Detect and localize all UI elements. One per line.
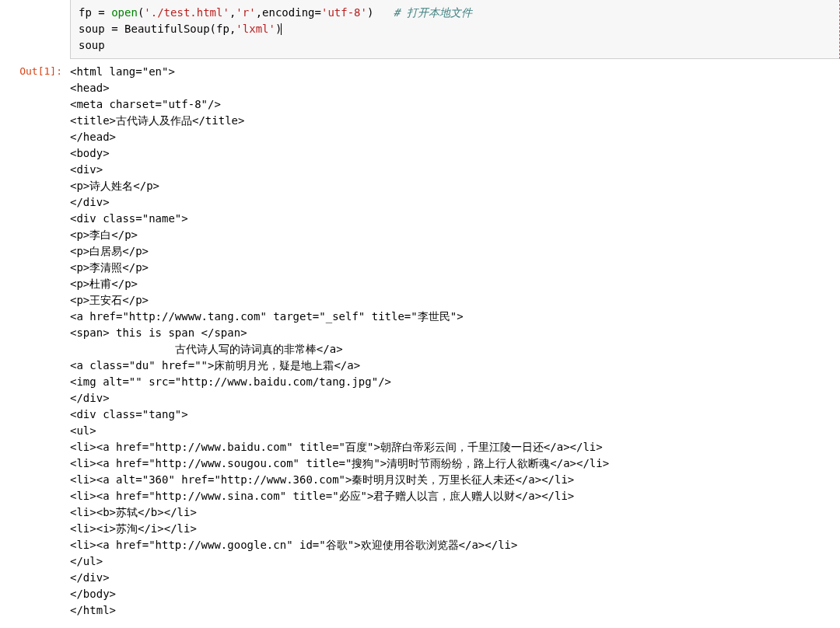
code-token: soup (79, 23, 111, 35)
code-token: = (315, 6, 321, 19)
code-token: 'r' (236, 6, 255, 19)
code-token: fp (79, 6, 98, 19)
notebook: fp = open('./test.html','r',encoding='ut… (0, 0, 840, 623)
output-prompt: Out[1]: (0, 59, 70, 79)
code-token: open (111, 6, 138, 19)
code-token (118, 23, 124, 35)
code-token: 'utf-8' (321, 6, 367, 19)
code-comment: # 打开本地文件 (394, 6, 472, 19)
code-token: './test.html' (144, 6, 229, 19)
code-token: BeautifulSoup (124, 23, 210, 35)
code-token: = (98, 6, 104, 19)
text-cursor (281, 23, 282, 35)
code-token: = (111, 23, 117, 35)
code-token: encoding (262, 6, 314, 19)
input-prompt (0, 0, 70, 5)
code-token: soup (79, 39, 105, 51)
code-token: ( (210, 23, 216, 35)
code-token: fp (216, 23, 229, 35)
code-token: 'lxml' (236, 23, 275, 35)
code-input-area[interactable]: fp = open('./test.html','r',encoding='ut… (70, 0, 840, 59)
input-cell-row: fp = open('./test.html','r',encoding='ut… (0, 0, 840, 59)
code-token: , (256, 6, 262, 19)
code-token: ) (367, 6, 394, 19)
code-token (105, 6, 111, 19)
output-cell-row: Out[1]: <html lang="en"> <head> <meta ch… (0, 59, 840, 623)
output-area: <html lang="en"> <head> <meta charset="u… (70, 59, 840, 623)
